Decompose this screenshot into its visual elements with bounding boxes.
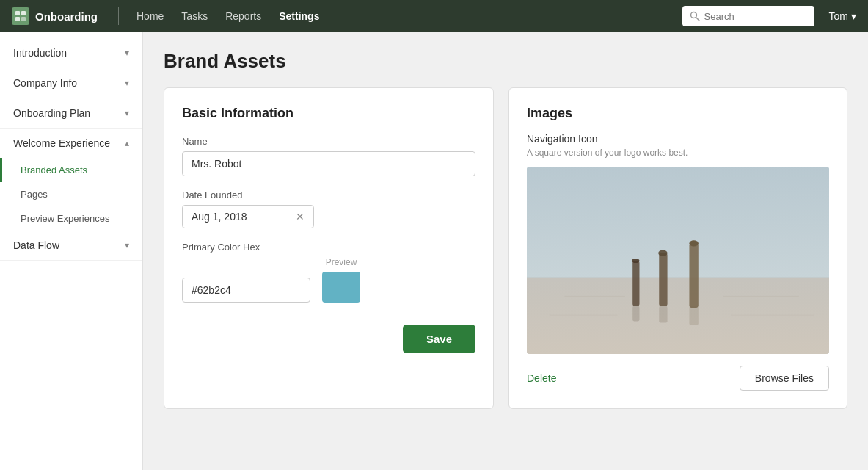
page-title: Brand Assets — [164, 50, 847, 73]
nav-icon-label: Navigation Icon — [527, 133, 829, 145]
search-icon — [690, 11, 700, 21]
image-footer: Delete Browse Files — [527, 366, 829, 391]
nav-home[interactable]: Home — [131, 7, 169, 25]
user-menu[interactable]: Tom ▾ — [829, 10, 856, 22]
sidebar-item-label: Data Flow — [13, 239, 59, 251]
svg-rect-7 — [527, 278, 829, 354]
nav-tasks[interactable]: Tasks — [175, 7, 214, 25]
color-group: Primary Color Hex Preview — [182, 242, 475, 303]
svg-point-12 — [658, 250, 667, 256]
date-field[interactable]: Aug 1, 2018 ✕ — [182, 205, 314, 228]
nav-icon-sublabel: A square version of your logo works best… — [527, 148, 829, 158]
sidebar-item-introduction[interactable]: Introduction ▾ — [0, 38, 142, 68]
date-label: Date Founded — [182, 189, 475, 200]
sidebar-item-onboarding-plan[interactable]: Onboarding Plan ▾ — [0, 98, 142, 129]
basic-info-title: Basic Information — [182, 106, 475, 121]
svg-rect-0 — [15, 11, 20, 15]
svg-rect-9 — [632, 261, 639, 306]
svg-rect-3 — [21, 17, 26, 21]
name-input[interactable] — [182, 151, 475, 176]
color-input[interactable] — [182, 278, 310, 303]
svg-rect-11 — [659, 253, 667, 306]
basic-info-card: Basic Information Name Date Founded Aug … — [164, 87, 494, 409]
nav-reports[interactable]: Reports — [219, 7, 267, 25]
svg-line-5 — [696, 18, 699, 21]
sidebar-sub-item-label: Pages — [21, 189, 48, 200]
chevron-icon: ▾ — [125, 78, 129, 88]
sidebar-sub-item-pages[interactable]: Pages — [0, 182, 142, 206]
search-input[interactable] — [704, 11, 807, 22]
sidebar-item-data-flow[interactable]: Data Flow ▾ — [0, 231, 142, 261]
name-label: Name — [182, 136, 475, 147]
nav-icon-image — [527, 167, 829, 354]
app-name: Onboarding — [35, 10, 98, 23]
save-button[interactable]: Save — [403, 325, 475, 353]
date-value: Aug 1, 2018 — [192, 211, 290, 223]
main-content: Brand Assets Basic Information Name Date… — [143, 32, 868, 470]
svg-point-10 — [632, 258, 639, 263]
nav-icon-section: Navigation Icon A square version of your… — [527, 133, 829, 354]
svg-rect-15 — [632, 306, 639, 322]
sidebar-sub-item-label: Preview Experiences — [21, 213, 109, 224]
svg-rect-1 — [21, 11, 26, 15]
color-preview-wrap: Preview — [322, 257, 360, 303]
sidebar-sub-welcome: Branded Assets Pages Preview Experiences — [0, 158, 142, 231]
sidebar-item-label: Introduction — [13, 47, 67, 59]
content-grid: Basic Information Name Date Founded Aug … — [164, 87, 847, 409]
chevron-icon: ▾ — [125, 48, 129, 58]
svg-rect-17 — [689, 306, 698, 325]
preview-label: Preview — [322, 257, 360, 267]
svg-point-14 — [689, 240, 698, 246]
chevron-icon: ▾ — [125, 240, 129, 250]
app-logo[interactable]: Onboarding — [12, 7, 98, 25]
date-group: Date Founded Aug 1, 2018 ✕ — [182, 189, 475, 228]
color-input-wrap — [182, 278, 310, 303]
browse-files-button[interactable]: Browse Files — [740, 366, 829, 391]
svg-rect-13 — [689, 243, 698, 308]
sidebar: Introduction ▾ Company Info ▾ Onboarding… — [0, 32, 143, 470]
top-nav: Onboarding Home Tasks Reports Settings T… — [0, 0, 868, 32]
sidebar-sub-item-preview-experiences[interactable]: Preview Experiences — [0, 206, 142, 231]
nav-divider — [118, 7, 119, 25]
color-preview-box — [322, 272, 360, 303]
color-label: Primary Color Hex — [182, 242, 475, 253]
name-group: Name — [182, 136, 475, 176]
svg-rect-16 — [659, 306, 667, 323]
sidebar-item-label: Onboarding Plan — [13, 107, 90, 119]
sidebar-item-company-info[interactable]: Company Info ▾ — [0, 68, 142, 98]
sidebar-sub-item-branded-assets[interactable]: Branded Assets — [0, 158, 142, 182]
save-row: Save — [182, 317, 475, 353]
images-title: Images — [527, 106, 829, 121]
nav-settings[interactable]: Settings — [273, 7, 325, 25]
chevron-down-icon: ▾ — [851, 10, 856, 22]
delete-link[interactable]: Delete — [527, 372, 556, 384]
sidebar-item-label: Company Info — [13, 77, 77, 89]
sidebar-sub-item-label: Branded Assets — [21, 164, 87, 176]
images-card: Images Navigation Icon A square version … — [508, 87, 847, 409]
sidebar-item-welcome-experience[interactable]: Welcome Experience ▴ — [0, 129, 142, 158]
svg-rect-2 — [15, 17, 20, 21]
logo-icon — [12, 7, 29, 25]
search-box[interactable] — [682, 6, 814, 26]
chevron-icon: ▾ — [125, 108, 129, 118]
sidebar-item-label: Welcome Experience — [13, 137, 110, 149]
user-name: Tom — [829, 10, 848, 22]
color-row: Preview — [182, 257, 475, 303]
chevron-icon: ▴ — [125, 138, 129, 148]
date-clear-icon[interactable]: ✕ — [296, 211, 304, 223]
